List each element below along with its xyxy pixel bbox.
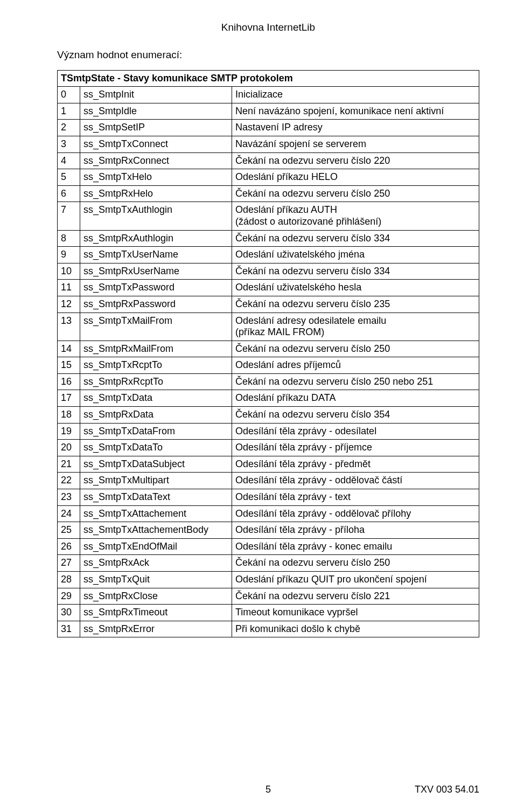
row-desc: Navázání spojení se serverem: [232, 136, 479, 152]
footer: 5 TXV 003 54.01: [57, 784, 479, 796]
row-index: 11: [58, 280, 80, 296]
row-id: ss_SmtpRxMailFrom: [80, 341, 232, 357]
row-desc: Není navázáno spojení, komunikace není a…: [232, 103, 479, 120]
row-desc: Timeout komunikace vypršel: [232, 605, 479, 621]
row-index: 22: [58, 473, 80, 489]
row-index: 8: [58, 230, 80, 247]
row-desc: Odeslání příkazu DATA: [232, 390, 479, 407]
row-id: ss_SmtpInit: [80, 87, 232, 103]
table-row: 11ss_SmtpTxPasswordOdeslání uživatelskéh…: [58, 280, 479, 296]
table-caption: TSmtpState - Stavy komunikace SMTP proto…: [58, 70, 479, 87]
row-id: ss_SmtpRxUserName: [80, 263, 232, 280]
table-row: 15ss_SmtpTxRcptToOdeslání adres příjemců: [58, 357, 479, 374]
row-index: 17: [58, 390, 80, 407]
row-index: 30: [58, 605, 80, 621]
table-row: 5ss_SmtpTxHeloOdeslání příkazu HELO: [58, 169, 479, 186]
row-id: ss_SmtpTxDataText: [80, 489, 232, 506]
row-desc: Čekání na odezvu serveru číslo 220: [232, 152, 479, 169]
table-row: 20ss_SmtpTxDataToOdesílání těla zprávy -…: [58, 440, 479, 456]
row-desc: Odesílání těla zprávy - konec emailu: [232, 538, 479, 555]
row-id: ss_SmtpTxConnect: [80, 136, 232, 152]
table-row: 19ss_SmtpTxDataFromOdesílání těla zprávy…: [58, 423, 479, 440]
table-row: 25ss_SmtpTxAttachementBodyOdesílání těla…: [58, 522, 479, 539]
table-caption-row: TSmtpState - Stavy komunikace SMTP proto…: [58, 70, 479, 87]
row-desc: Odesílání těla zprávy - text: [232, 489, 479, 506]
row-desc: Odeslání příkazu QUIT pro ukončení spoje…: [232, 572, 479, 588]
row-id: ss_SmtpTxRcptTo: [80, 357, 232, 374]
row-id: ss_SmtpTxAuthlogin: [80, 202, 232, 230]
row-desc: Čekání na odezvu serveru číslo 354: [232, 407, 479, 424]
row-id: ss_SmtpTxQuit: [80, 572, 232, 588]
enum-table: TSmtpState - Stavy komunikace SMTP proto…: [57, 70, 479, 638]
row-index: 16: [58, 373, 80, 390]
row-index: 7: [58, 202, 80, 230]
row-index: 19: [58, 423, 80, 440]
row-index: 25: [58, 522, 80, 539]
table-row: 31ss_SmtpRxErrorPři komunikaci došlo k c…: [58, 621, 479, 637]
row-id: ss_SmtpRxRcptTo: [80, 373, 232, 390]
row-id: ss_SmtpSetIP: [80, 120, 232, 136]
row-id: ss_SmtpIdle: [80, 103, 232, 120]
row-index: 3: [58, 136, 80, 152]
header-title: Knihovna InternetLib: [57, 22, 479, 34]
row-id: ss_SmtpTxAttachement: [80, 505, 232, 522]
row-index: 18: [58, 407, 80, 424]
table-row: 29ss_SmtpRxCloseČekání na odezvu serveru…: [58, 588, 479, 605]
row-desc: Čekání na odezvu serveru číslo 250: [232, 341, 479, 357]
table-row: 8ss_SmtpRxAuthloginČekání na odezvu serv…: [58, 230, 479, 247]
row-id: ss_SmtpTxMailFrom: [80, 313, 232, 341]
row-index: 31: [58, 621, 80, 637]
row-desc: Nastavení IP adresy: [232, 120, 479, 136]
row-index: 29: [58, 588, 80, 605]
row-desc: Odesílání těla zprávy - oddělovač částí: [232, 473, 479, 489]
table-row: 16ss_SmtpRxRcptToČekání na odezvu server…: [58, 373, 479, 390]
row-id: ss_SmtpRxError: [80, 621, 232, 637]
row-id: ss_SmtpTxData: [80, 390, 232, 407]
row-index: 20: [58, 440, 80, 456]
row-id: ss_SmtpTxDataTo: [80, 440, 232, 456]
row-desc: Při komunikaci došlo k chybě: [232, 621, 479, 637]
row-index: 28: [58, 572, 80, 588]
intro-text: Význam hodnot enumerací:: [57, 49, 479, 61]
row-desc: Odeslání adres příjemců: [232, 357, 479, 374]
row-desc: Čekání na odezvu serveru číslo 334: [232, 230, 479, 247]
row-id: ss_SmtpTxDataFrom: [80, 423, 232, 440]
table-row: 0ss_SmtpInitInicializace: [58, 87, 479, 103]
row-id: ss_SmtpTxEndOfMail: [80, 538, 232, 555]
row-id: ss_SmtpRxPassword: [80, 296, 232, 313]
row-index: 27: [58, 555, 80, 572]
table-row: 23ss_SmtpTxDataTextOdesílání těla zprávy…: [58, 489, 479, 506]
table-row: 27ss_SmtpRxAckČekání na odezvu serveru č…: [58, 555, 479, 572]
row-id: ss_SmtpRxTimeout: [80, 605, 232, 621]
table-row: 30ss_SmtpRxTimeoutTimeout komunikace vyp…: [58, 605, 479, 621]
row-index: 13: [58, 313, 80, 341]
row-id: ss_SmtpRxConnect: [80, 152, 232, 169]
row-desc: Čekání na odezvu serveru číslo 250 nebo …: [232, 373, 479, 390]
row-index: 15: [58, 357, 80, 374]
row-id: ss_SmtpRxAck: [80, 555, 232, 572]
table-caption-strong: TSmtpState - Stavy komunikace SMTP proto…: [61, 73, 293, 84]
page: Knihovna InternetLib Význam hodnot enume…: [0, 0, 517, 812]
row-index: 21: [58, 456, 80, 473]
table-row: 3ss_SmtpTxConnectNavázání spojení se ser…: [58, 136, 479, 152]
table-row: 7ss_SmtpTxAuthloginOdeslání příkazu AUTH…: [58, 202, 479, 230]
row-desc: Čekání na odezvu serveru číslo 250: [232, 185, 479, 202]
row-desc: Odeslání uživatelského hesla: [232, 280, 479, 296]
row-desc: Odeslání příkazu AUTH (žádost o autorizo…: [232, 202, 479, 230]
row-index: 5: [58, 169, 80, 186]
row-desc: Odeslání adresy odesilatele emailu (přík…: [232, 313, 479, 341]
row-id: ss_SmtpRxData: [80, 407, 232, 424]
row-desc: Inicializace: [232, 87, 479, 103]
row-id: ss_SmtpTxUserName: [80, 247, 232, 263]
row-index: 12: [58, 296, 80, 313]
table-row: 17ss_SmtpTxDataOdeslání příkazu DATA: [58, 390, 479, 407]
row-index: 9: [58, 247, 80, 263]
page-number: 5: [57, 784, 479, 796]
table-row: 2ss_SmtpSetIPNastavení IP adresy: [58, 120, 479, 136]
row-index: 1: [58, 103, 80, 120]
row-desc: Odesílání těla zprávy - předmět: [232, 456, 479, 473]
row-id: ss_SmtpTxMultipart: [80, 473, 232, 489]
row-index: 4: [58, 152, 80, 169]
table-row: 28ss_SmtpTxQuitOdeslání příkazu QUIT pro…: [58, 572, 479, 588]
table-row: 24ss_SmtpTxAttachementOdesílání těla zpr…: [58, 505, 479, 522]
